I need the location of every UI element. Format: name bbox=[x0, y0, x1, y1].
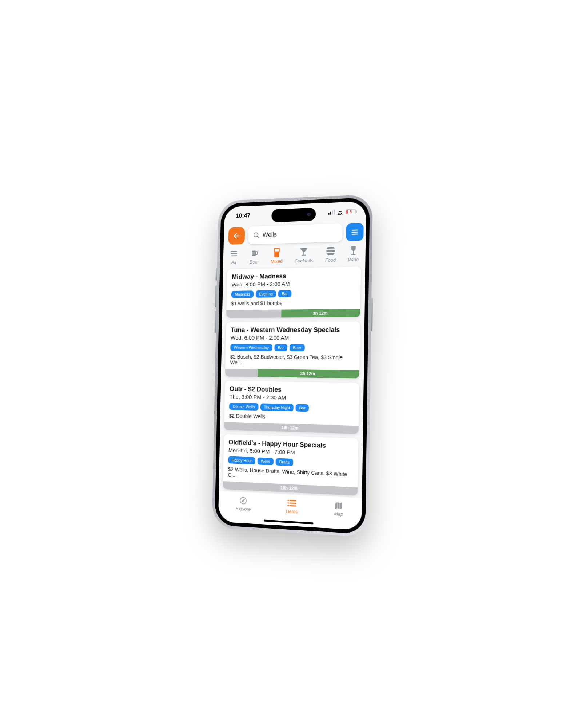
bottom-nav: Explore Deals Map bbox=[218, 491, 362, 530]
deal-tags: Western WednesdayBarBeer bbox=[230, 344, 355, 352]
nav-label: Explore bbox=[235, 506, 251, 512]
mixed-icon bbox=[272, 248, 281, 257]
app-screen: 10:47 5 bbox=[218, 201, 366, 530]
nav-deals[interactable]: Deals bbox=[286, 499, 298, 514]
deals-icon bbox=[287, 499, 296, 508]
deal-tag[interactable]: Wells bbox=[257, 457, 274, 465]
deal-title: Midway - Madness bbox=[232, 271, 356, 281]
svg-line-2 bbox=[258, 236, 259, 238]
countdown-label: 3h 12m bbox=[313, 311, 328, 316]
deal-card[interactable]: Tuna - Western Wednesday Specials Wed, 6… bbox=[225, 321, 360, 378]
deal-tag[interactable]: Happy Hour bbox=[228, 456, 255, 464]
category-label: Beer bbox=[250, 259, 259, 265]
deal-tags: MadnessEveningBar bbox=[231, 289, 355, 298]
phone-mockup: 10:47 5 bbox=[212, 194, 373, 537]
category-tab-cocktails[interactable]: Cocktails bbox=[294, 247, 313, 264]
deal-tag[interactable]: Beer bbox=[290, 344, 305, 351]
nav-explore[interactable]: Explore bbox=[235, 496, 251, 512]
category-label: Cocktails bbox=[294, 258, 313, 264]
deal-tag[interactable]: Drafts bbox=[276, 458, 293, 466]
deal-description: $2 Busch, $2 Budweiser, $3 Green Tea, $3… bbox=[230, 354, 354, 367]
category-tab-food[interactable]: Food bbox=[325, 246, 336, 263]
category-label: All bbox=[231, 260, 236, 265]
deal-card[interactable]: Outr - $2 Doubles Thu, 3:00 PM - 2:30 AM… bbox=[224, 381, 359, 434]
nav-label: Deals bbox=[286, 509, 298, 515]
explore-icon bbox=[239, 496, 248, 505]
countdown-label: 16h 12m bbox=[282, 425, 299, 431]
category-label: Wine bbox=[348, 257, 359, 262]
menu-button[interactable] bbox=[346, 223, 364, 241]
deal-description: $1 wells and $1 bombs bbox=[231, 300, 355, 306]
cellular-signal-icon bbox=[328, 210, 335, 215]
deal-tag[interactable]: Evening bbox=[255, 290, 276, 297]
deal-time: Thu, 3:00 PM - 2:30 AM bbox=[230, 393, 354, 403]
wine-icon bbox=[349, 246, 358, 256]
category-tab-beer[interactable]: Beer bbox=[250, 248, 259, 265]
countdown-label: 3h 12m bbox=[300, 371, 315, 376]
svg-line-21 bbox=[290, 500, 296, 501]
countdown-bar: 3h 12m bbox=[225, 369, 359, 378]
nav-map[interactable]: Map bbox=[334, 501, 344, 517]
category-label: Food bbox=[325, 257, 336, 263]
deal-tag[interactable]: Double Wells bbox=[229, 403, 258, 411]
deal-tag[interactable]: Bar bbox=[278, 290, 291, 297]
deal-tag[interactable]: Madness bbox=[231, 290, 254, 298]
arrow-left-icon bbox=[233, 232, 240, 240]
back-button[interactable] bbox=[228, 227, 245, 245]
deal-title: Tuna - Western Wednesday Specials bbox=[231, 326, 355, 334]
status-time: 10:47 bbox=[236, 212, 251, 219]
search-input[interactable] bbox=[263, 229, 338, 238]
countdown-bar: 3h 12m bbox=[226, 309, 360, 318]
svg-marker-19 bbox=[242, 499, 244, 502]
deal-tag[interactable]: Thursday Night bbox=[260, 403, 294, 411]
deal-tags: Double WellsThursday NightBar bbox=[229, 403, 354, 413]
deal-tag[interactable]: Bar bbox=[274, 344, 287, 351]
svg-line-23 bbox=[290, 503, 296, 503]
svg-line-25 bbox=[290, 506, 296, 506]
category-tab-mixed[interactable]: Mixed bbox=[271, 248, 283, 264]
deal-time: Wed, 8:00 PM - 2:00 AM bbox=[232, 280, 356, 288]
hamburger-icon bbox=[351, 228, 359, 236]
search-box[interactable] bbox=[248, 223, 343, 245]
category-label: Mixed bbox=[271, 258, 283, 264]
deal-tag[interactable]: Western Wednesday bbox=[230, 344, 272, 351]
category-tab-all[interactable]: All bbox=[229, 249, 238, 265]
deal-tags: Happy HourWellsDrafts bbox=[228, 456, 353, 468]
deal-card[interactable]: Oldfield's - Happy Hour Specials Mon-Fri… bbox=[223, 434, 359, 496]
deal-tag[interactable]: Bar bbox=[296, 404, 309, 412]
countdown-label: 18h 12m bbox=[280, 485, 298, 491]
battery-icon: 5 bbox=[346, 209, 356, 214]
beer-icon bbox=[250, 248, 259, 258]
food-icon bbox=[326, 246, 335, 256]
dynamic-island bbox=[271, 208, 316, 222]
deal-time: Wed, 6:00 PM - 2:00 AM bbox=[231, 335, 355, 341]
map-icon bbox=[334, 501, 343, 510]
svg-rect-15 bbox=[326, 250, 335, 252]
category-tab-wine[interactable]: Wine bbox=[348, 246, 359, 262]
nav-label: Map bbox=[334, 511, 343, 517]
deal-description: $2 Double Wells bbox=[229, 413, 354, 422]
header bbox=[223, 221, 366, 248]
deal-card[interactable]: Midway - Madness Wed, 8:00 PM - 2:00 AM … bbox=[226, 266, 361, 318]
category-tabs: All Beer Mixed Cocktails Food Wine bbox=[223, 245, 366, 268]
cocktails-icon bbox=[299, 247, 309, 257]
deal-description: $2 Wells, House Drafts, Wine, Shitty Can… bbox=[228, 466, 352, 483]
wifi-icon bbox=[337, 210, 343, 215]
deals-list[interactable]: Midway - Madness Wed, 8:00 PM - 2:00 AM … bbox=[219, 265, 365, 498]
all-icon bbox=[230, 249, 239, 258]
search-icon bbox=[253, 232, 260, 239]
